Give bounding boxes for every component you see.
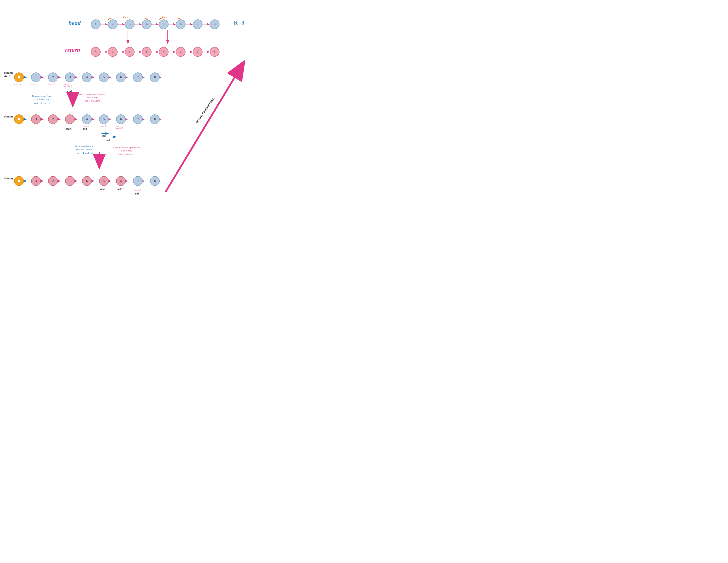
row5-start-label: start: [100, 188, 105, 191]
row1-node-8: 8: [210, 19, 220, 29]
count6-label: count=6count%k=0: [115, 125, 123, 129]
return-dummy-next-label: return dummy.next;: [195, 96, 215, 124]
row4-dummy-label: dummy: [4, 115, 13, 118]
row5-node-7: 7: [133, 176, 143, 186]
svg-line-46: [165, 64, 243, 192]
count1-label: count=1: [31, 83, 38, 85]
row2-node-6: 6: [142, 47, 152, 57]
row3-node-2: 2: [48, 72, 58, 82]
count2-label: count=2: [48, 83, 55, 85]
row3-end-label: end: [67, 89, 72, 93]
row4-start-label: start: [66, 127, 71, 130]
row3-node-0: 0: [14, 72, 24, 82]
row5-end-label-2: end: [135, 192, 139, 195]
row2-node-5: 5: [159, 47, 169, 57]
row2-node-3: 3: [91, 47, 101, 57]
k-bracket-2: K=3: [162, 16, 167, 19]
row5-node-2: 2: [48, 176, 58, 186]
row3-node-4: 4: [82, 72, 92, 82]
row1-node-2: 2: [108, 19, 118, 29]
k-bracket-1: K=3: [123, 16, 128, 19]
row2-node-7: 7: [193, 47, 203, 57]
row5-node-8: 8: [150, 176, 160, 186]
after-reverse-annotation-2: After reverse one group, setstart = end,…: [106, 146, 147, 156]
row4-node-4: 4: [82, 114, 92, 124]
row3-node-8: 8: [150, 72, 160, 82]
count4-label: count=4: [83, 125, 89, 127]
reverse-annotation-1: Reverse nodes fromstart.next to end,star…: [22, 94, 62, 105]
row2-node-4: 4: [176, 47, 186, 57]
row1-node-7: 7: [193, 19, 203, 29]
row3-node-1: 1: [31, 72, 41, 82]
row5-dummy-label: dummy: [4, 177, 13, 180]
diagram-container: head K=3 1 2 3 4 5 6 7 8 K=3 K=3 return …: [0, 0, 265, 205]
row5-node-5: 5: [99, 176, 109, 186]
count5-label: count=5: [100, 125, 106, 127]
row4-node-2: 2: [48, 114, 58, 124]
row1-node-3: 3: [125, 19, 135, 29]
row5-node-4: 4: [116, 176, 126, 186]
after-reverse-annotation-1: After reverse one group, setstart = end,…: [73, 92, 113, 102]
row5-node-6: 6: [82, 176, 92, 186]
row4-node-8: 8: [150, 114, 160, 124]
row3-node-6: 6: [116, 72, 126, 82]
row4-end-label: end: [83, 127, 87, 130]
row4-node-6: 6: [116, 114, 126, 124]
row5-node-3: 3: [31, 176, 41, 186]
count0-label: count=0: [14, 83, 21, 85]
row1-node-1: 1: [91, 19, 101, 29]
return-label: return: [65, 47, 80, 53]
row5-node-0: 0: [14, 176, 24, 186]
row4-node-5: 5: [99, 114, 109, 124]
reverse-annotation-2: Reverse nodes fromstart.next to end,star…: [64, 145, 105, 155]
row4-end2-label: end: [101, 134, 106, 137]
row2-node-2: 2: [108, 47, 118, 57]
row3-node-5: 5: [99, 72, 109, 82]
row1-node-6: 6: [176, 19, 186, 29]
k-value-label: K=3: [234, 19, 244, 26]
row3-node-7: 7: [133, 72, 143, 82]
row4-end3-label: end: [106, 139, 110, 142]
row3-node-3: 3: [65, 72, 75, 82]
row4-node-0: 0: [14, 114, 24, 124]
row1-node-5: 5: [159, 19, 169, 29]
row3-start-label: start: [4, 74, 10, 78]
row2-node-8: 8: [210, 47, 220, 57]
row4-node-7: 7: [133, 114, 143, 124]
row1-node-4: 4: [142, 19, 152, 29]
row4-node-3: 3: [31, 114, 41, 124]
count8-label: count=8: [135, 189, 141, 191]
row5-node-1: 1: [65, 176, 75, 186]
row4-node-1: 1: [65, 114, 75, 124]
count3-label: count=3count%k=0: [64, 83, 72, 87]
row2-node-1: 1: [125, 47, 135, 57]
head-label: head: [68, 19, 81, 26]
row3-dummy-label: dummy: [4, 71, 13, 75]
row5-end-label-1: end: [117, 188, 121, 191]
